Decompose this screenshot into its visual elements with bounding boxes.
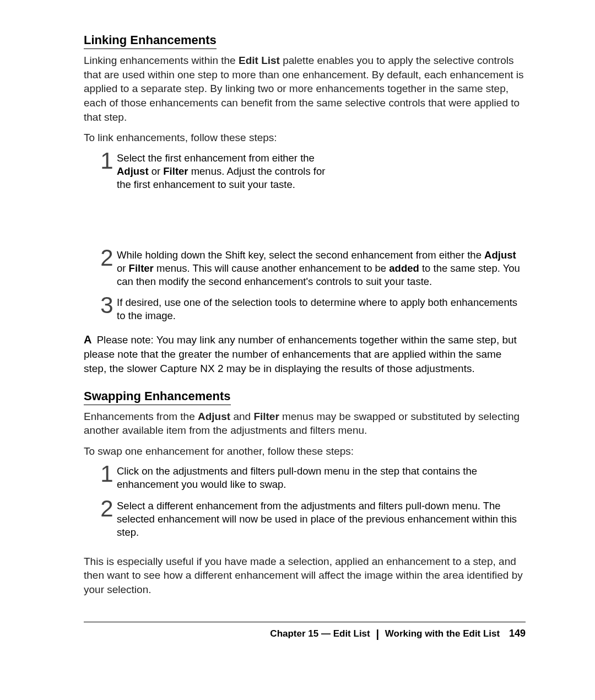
step-1: 1 Select the first enhancement from eith…: [99, 152, 526, 191]
footer-section: Working with the Edit List: [385, 628, 500, 639]
t: Enhancements from the: [84, 411, 198, 422]
page-footer: Chapter 15 — Edit List | Working with th…: [84, 622, 526, 639]
note-lead: Please note:: [97, 334, 156, 346]
t: or: [117, 262, 129, 274]
t: Select the first enhancement from either…: [117, 152, 315, 164]
t: Filter: [253, 411, 279, 422]
section-swapping: Swapping Enhancements Enhancements from …: [84, 389, 526, 597]
step-text: Click on the adjustments and filters pul…: [117, 465, 526, 491]
step-number: 3: [99, 295, 115, 316]
step-2: 2 While holding down the Shift key, sele…: [99, 249, 526, 288]
swapping-steps: 1 Click on the adjustments and filters p…: [99, 465, 526, 539]
note-icon: A: [84, 333, 91, 346]
heading-swapping: Swapping Enhancements: [84, 389, 231, 405]
t: Linking enhancements within the: [84, 55, 239, 66]
linking-intro: Linking enhancements within the Edit Lis…: [84, 53, 526, 124]
linking-lead: To link enhancements, follow these steps…: [84, 131, 526, 145]
step-text: If desired, use one of the selection too…: [117, 296, 526, 322]
footer-chapter: Chapter 15 — Edit List: [270, 628, 370, 639]
heading-linking: Linking Enhancements: [84, 33, 217, 49]
step-1: 1 Click on the adjustments and filters p…: [99, 465, 526, 491]
step-2: 2 Select a different enhancement from th…: [99, 499, 526, 539]
step-number: 1: [99, 464, 115, 484]
step-number: 1: [99, 150, 115, 171]
step-number: 2: [99, 247, 115, 268]
t: Edit List: [239, 55, 280, 66]
t: While holding down the Shift key, select…: [117, 249, 484, 261]
t: menus. This will cause another enhanceme…: [154, 262, 389, 274]
section-linking: Linking Enhancements Linking enhancement…: [84, 33, 526, 376]
swapping-lead: To swap one enhancement for another, fol…: [84, 444, 526, 459]
t: and: [230, 411, 253, 422]
t: Filter: [129, 262, 154, 274]
note-block: A Please note: You may link any number o…: [84, 332, 526, 375]
t: Adjust: [117, 165, 149, 177]
swapping-intro: Enhancements from the Adjust and Filter …: [84, 410, 526, 438]
t: added: [389, 262, 419, 274]
step-text: While holding down the Shift key, select…: [117, 249, 526, 288]
t: or: [149, 165, 164, 177]
t: Adjust: [198, 411, 230, 422]
spacer: [99, 199, 526, 249]
t: Adjust: [484, 249, 516, 261]
t: Filter: [163, 165, 188, 177]
linking-steps: 1 Select the first enhancement from eith…: [99, 152, 526, 322]
note-line: A Please note: You may link any number o…: [84, 332, 526, 375]
footer-separator: |: [376, 628, 379, 640]
swapping-outro: This is especially useful if you have ma…: [84, 554, 526, 597]
step-text: Select a different enhancement from the …: [117, 499, 526, 539]
step-number: 2: [99, 498, 115, 519]
step-3: 3 If desired, use one of the selection t…: [99, 296, 526, 322]
footer-page-number: 149: [509, 628, 526, 639]
step-text: Select the first enhancement from either…: [117, 152, 326, 191]
document-page: Linking Enhancements Linking enhancement…: [0, 0, 595, 700]
